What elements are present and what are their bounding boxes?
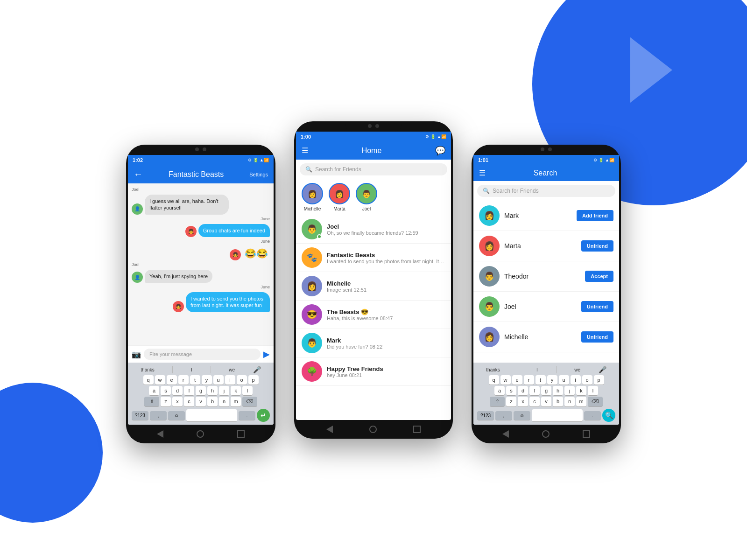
- key-ri[interactable]: i: [571, 375, 581, 385]
- key-p[interactable]: p: [248, 375, 259, 385]
- mic-icon-right[interactable]: 🎤: [599, 366, 606, 373]
- nav-recent-center[interactable]: [413, 426, 421, 433]
- mic-icon[interactable]: 🎤: [253, 366, 261, 373]
- key-i[interactable]: i: [225, 375, 235, 385]
- key-re[interactable]: e: [512, 375, 522, 385]
- key-rm[interactable]: m: [576, 397, 586, 406]
- key-f[interactable]: f: [184, 386, 194, 395]
- key-k[interactable]: k: [231, 386, 241, 395]
- unfriend-button-joel[interactable]: Unfriend: [581, 301, 613, 312]
- key-rperiod[interactable]: .: [584, 411, 601, 420]
- key-rl[interactable]: l: [588, 386, 598, 395]
- key-rnumeric[interactable]: ?123: [477, 411, 494, 420]
- key-rb[interactable]: b: [553, 397, 563, 406]
- nav-back-left[interactable]: [157, 430, 163, 438]
- key-q[interactable]: q: [143, 375, 154, 385]
- nav-recent-right[interactable]: [583, 430, 590, 438]
- friend-michelle[interactable]: 👩 Michelle Unfriend: [473, 322, 619, 352]
- key-shift[interactable]: ⇧: [144, 397, 159, 406]
- key-rj[interactable]: j: [564, 386, 575, 395]
- back-button[interactable]: ←: [134, 169, 143, 180]
- friend-mark[interactable]: 👩 Mark Add friend: [473, 201, 619, 231]
- search-bar-center[interactable]: 🔍 Search for Friends: [300, 163, 447, 175]
- unfriend-button-marta[interactable]: Unfriend: [581, 240, 613, 252]
- conversation-beasts[interactable]: 🐾 Fantastic Beasts I wanted to send you …: [296, 244, 451, 272]
- search-bar-right[interactable]: 🔍 Search for Friends: [477, 185, 615, 197]
- key-c[interactable]: c: [184, 397, 194, 406]
- story-joel[interactable]: 👨 Joel: [356, 183, 377, 211]
- key-rq[interactable]: q: [489, 375, 499, 385]
- key-rd[interactable]: d: [518, 386, 528, 395]
- key-v[interactable]: v: [196, 397, 206, 406]
- key-rt[interactable]: t: [536, 375, 546, 385]
- key-a[interactable]: a: [149, 386, 159, 395]
- accept-button-theodor[interactable]: Accept: [585, 271, 613, 282]
- key-t[interactable]: t: [190, 375, 200, 385]
- key-x[interactable]: x: [172, 397, 183, 406]
- unfriend-button-michelle[interactable]: Unfriend: [581, 331, 613, 343]
- key-rc[interactable]: c: [529, 397, 540, 406]
- key-r[interactable]: r: [178, 375, 189, 385]
- key-g[interactable]: g: [196, 386, 206, 395]
- key-emoji[interactable]: ☺: [168, 411, 185, 420]
- key-rp[interactable]: p: [594, 375, 604, 385]
- key-comma[interactable]: ,: [150, 411, 167, 420]
- suggestion-we[interactable]: we: [229, 367, 235, 372]
- friend-joel[interactable]: 👨 Joel Unfriend: [473, 292, 619, 322]
- key-rw[interactable]: w: [500, 375, 511, 385]
- key-rspace[interactable]: [532, 409, 583, 421]
- key-s[interactable]: s: [161, 386, 171, 395]
- nav-back-right[interactable]: [502, 430, 509, 438]
- camera-button[interactable]: 📷: [132, 350, 141, 359]
- suggestion-we-r[interactable]: we: [574, 367, 580, 372]
- key-rs[interactable]: s: [506, 386, 516, 395]
- key-w[interactable]: w: [155, 375, 165, 385]
- key-rn[interactable]: n: [564, 397, 575, 406]
- key-rg[interactable]: g: [541, 386, 551, 395]
- nav-back-center[interactable]: [326, 426, 333, 433]
- key-l[interactable]: l: [242, 386, 253, 395]
- key-rshift[interactable]: ⇧: [490, 397, 505, 406]
- key-ro[interactable]: o: [582, 375, 592, 385]
- send-button[interactable]: ▶: [263, 349, 270, 359]
- key-m[interactable]: m: [231, 397, 241, 406]
- key-ry[interactable]: y: [547, 375, 557, 385]
- conversation-mark[interactable]: 👨 Mark Did you have fun? 08:22: [296, 329, 451, 357]
- key-remoji[interactable]: ☺: [514, 411, 530, 420]
- key-h[interactable]: h: [207, 386, 218, 395]
- key-numeric[interactable]: ?123: [132, 411, 148, 420]
- key-rk[interactable]: k: [576, 386, 586, 395]
- key-space[interactable]: [186, 409, 237, 421]
- key-rv[interactable]: v: [541, 397, 551, 406]
- friend-marta[interactable]: 👩 Marta Unfriend: [473, 231, 619, 261]
- key-backspace[interactable]: ⌫: [242, 397, 257, 406]
- suggestion-i[interactable]: I: [191, 367, 192, 372]
- key-enter[interactable]: ↵: [257, 409, 270, 422]
- friend-theodor[interactable]: 👨 Theodor Accept: [473, 261, 619, 292]
- suggestion-thanks-r[interactable]: thanks: [486, 367, 500, 372]
- nav-home-right[interactable]: [542, 430, 550, 438]
- key-rx[interactable]: x: [518, 397, 528, 406]
- message-input[interactable]: Fire your message: [144, 349, 261, 360]
- key-ru[interactable]: u: [559, 375, 569, 385]
- conversation-happytree[interactable]: 🌳 Happy Tree Friends hey June 08:21: [296, 357, 451, 386]
- story-marta[interactable]: 👩 Marta: [329, 183, 350, 211]
- conversation-joel[interactable]: 👨 Joel Oh, so we finally became friends?…: [296, 215, 451, 244]
- key-rz[interactable]: z: [506, 397, 516, 406]
- key-y[interactable]: y: [202, 375, 212, 385]
- key-rbackspace[interactable]: ⌫: [588, 397, 603, 406]
- add-friend-button-mark[interactable]: Add friend: [577, 210, 613, 221]
- nav-recent-left[interactable]: [237, 430, 245, 438]
- key-n[interactable]: n: [219, 397, 229, 406]
- key-o[interactable]: o: [237, 375, 247, 385]
- key-rcomma[interactable]: ,: [495, 411, 512, 420]
- key-e[interactable]: e: [167, 375, 177, 385]
- conversation-michelle[interactable]: 👩 Michelle Image sent 12:51: [296, 272, 451, 301]
- key-b[interactable]: b: [207, 397, 218, 406]
- key-j[interactable]: j: [219, 386, 229, 395]
- conversation-thebeasts[interactable]: 😎 The Beasts 😎 Haha, this is awesome 08:…: [296, 301, 451, 329]
- key-rr[interactable]: r: [524, 375, 534, 385]
- key-ra[interactable]: a: [494, 386, 505, 395]
- key-d[interactable]: d: [172, 386, 183, 395]
- key-rf[interactable]: f: [529, 386, 540, 395]
